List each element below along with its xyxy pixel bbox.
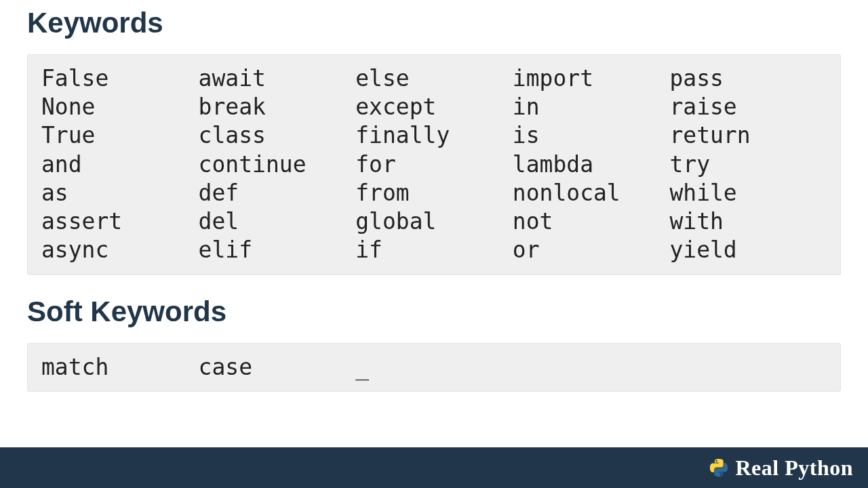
brand-text: Real Python <box>736 455 854 481</box>
kw: class <box>199 121 356 150</box>
kw: is <box>513 121 670 150</box>
kw: or <box>513 236 670 264</box>
keywords-col-4: pass raise return try while with yield <box>669 64 827 265</box>
slide-content: Keywords False None True and as assert a… <box>0 0 868 392</box>
kw: continue <box>199 150 356 179</box>
keywords-heading: Keywords <box>27 7 841 39</box>
kw: del <box>199 207 356 236</box>
kw: True <box>41 121 199 150</box>
soft-col-0: match <box>41 353 199 382</box>
kw: from <box>355 179 513 207</box>
soft-col-3 <box>513 353 670 382</box>
kw: assert <box>41 207 199 236</box>
kw: nonlocal <box>513 179 670 207</box>
kw: with <box>669 207 827 236</box>
kw: import <box>513 64 670 93</box>
kw: elif <box>199 236 356 264</box>
keywords-col-2: else except finally for from global if <box>355 64 513 265</box>
kw: if <box>355 236 513 264</box>
kw: match <box>41 353 199 382</box>
kw: in <box>513 93 670 121</box>
kw: break <box>199 93 356 121</box>
kw: as <box>41 179 199 207</box>
soft-col-2: _ <box>355 353 513 382</box>
keywords-col-1: await break class continue def del elif <box>199 64 356 265</box>
kw: not <box>513 207 670 236</box>
kw: None <box>41 93 199 121</box>
keywords-block: False None True and as assert async awai… <box>27 54 841 275</box>
kw: global <box>355 207 513 236</box>
soft-col-4 <box>669 353 827 382</box>
brand-logo: Real Python <box>709 455 854 481</box>
soft-keywords-block: match case _ <box>27 343 841 392</box>
python-logo-icon <box>709 458 729 478</box>
kw: else <box>355 64 513 93</box>
kw: _ <box>355 353 513 382</box>
soft-col-1: case <box>199 353 356 382</box>
kw: yield <box>669 236 827 264</box>
kw: and <box>41 150 199 179</box>
kw: return <box>669 121 827 150</box>
kw: finally <box>355 121 513 150</box>
kw: pass <box>669 64 827 93</box>
kw: lambda <box>513 150 670 179</box>
kw: for <box>355 150 513 179</box>
kw: try <box>669 150 827 179</box>
soft-keywords-heading: Soft Keywords <box>27 296 841 328</box>
kw: while <box>669 179 827 207</box>
keywords-col-0: False None True and as assert async <box>41 64 199 265</box>
kw: async <box>41 236 199 264</box>
kw: case <box>199 353 356 382</box>
kw: def <box>199 179 356 207</box>
keywords-col-3: import in is lambda nonlocal not or <box>513 64 670 265</box>
kw: except <box>355 93 513 121</box>
footer-bar: Real Python <box>0 447 868 488</box>
kw: False <box>41 64 199 93</box>
kw: await <box>199 64 356 93</box>
kw: raise <box>669 93 827 121</box>
